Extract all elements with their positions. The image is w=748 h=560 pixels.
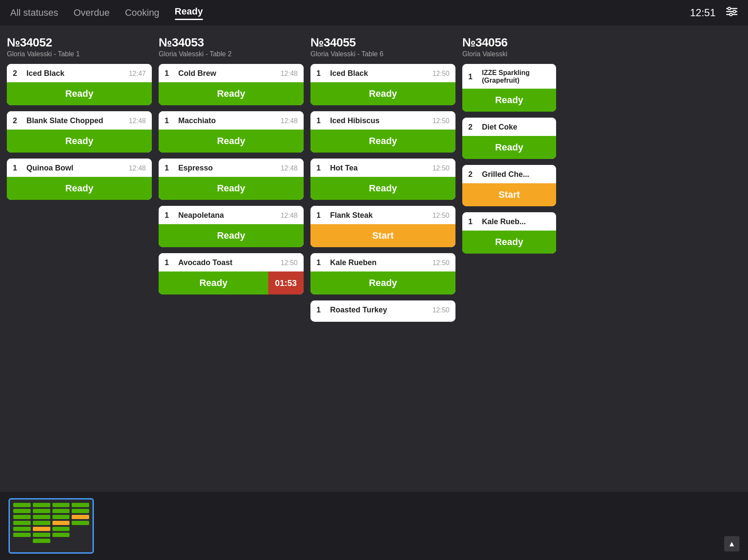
card-qty: 2 (13, 69, 23, 78)
card-name: Diet Coke (482, 123, 550, 132)
order-number-34053: №34053 (159, 36, 304, 49)
card-time: 12:50 (432, 259, 449, 267)
ready-button[interactable]: Ready (310, 82, 455, 105)
order-card-34056-1: 2 Diet Coke Ready (462, 118, 556, 159)
order-card-34056-2: 2 Grilled Che... Start (462, 165, 556, 206)
card-name: Iced Hibiscus (330, 116, 432, 125)
card-qty: 2 (468, 123, 478, 132)
card-time: 12:50 (432, 165, 449, 172)
card-qty: 2 (13, 116, 23, 125)
mini-bar (33, 539, 50, 543)
nav-overdue[interactable]: Overdue (74, 4, 110, 22)
order-header-34056: №34056 Gloria Valesski (462, 36, 556, 58)
nav-ready[interactable]: Ready (175, 3, 203, 23)
mini-bar (72, 509, 89, 513)
order-card-34055-5: 1 Roasted Turkey 12:50 (310, 300, 455, 322)
order-sub-34056: Gloria Valesski (462, 50, 556, 58)
order-col-34053: №34053 Gloria Valesski - Table 2 1 Cold … (159, 36, 304, 482)
ready-button[interactable]: Ready (159, 271, 268, 294)
mini-bar (72, 521, 89, 525)
card-name: Iced Black (330, 69, 432, 78)
card-qty: 1 (316, 164, 327, 173)
order-card-34056-3: 1 Kale Rueb... Ready (462, 212, 556, 254)
order-header-34055: №34055 Gloria Valesski - Table 6 (310, 36, 455, 58)
card-qty: 1 (316, 211, 327, 220)
card-name: Grilled Che... (482, 170, 550, 179)
order-card-34053-3: 1 Neapoletana 12:48 Ready (159, 206, 304, 247)
mini-bar (72, 503, 89, 507)
mini-bar (13, 503, 31, 507)
card-time: 12:50 (432, 117, 449, 125)
card-name: IZZE Sparkling (Grapefruit) (482, 69, 550, 84)
mini-bar (13, 533, 31, 537)
ready-button[interactable]: Ready (159, 82, 304, 105)
card-name: Kale Rueb... (482, 217, 550, 226)
ready-button[interactable]: Ready (7, 82, 152, 105)
card-qty: 1 (316, 306, 327, 315)
mini-bar (33, 515, 50, 519)
start-button[interactable]: Start (462, 183, 556, 206)
card-qty: 2 (468, 170, 478, 179)
mini-bar (52, 509, 70, 513)
ready-button[interactable]: Ready (462, 231, 556, 254)
clock: 12:51 (690, 7, 716, 19)
mini-bar (13, 521, 31, 525)
order-card-34052-2: 1 Quinoa Bowl 12:48 Ready (7, 159, 152, 200)
minimap-col-2 (33, 503, 50, 549)
card-name: Hot Tea (330, 164, 432, 173)
card-name: Iced Black (26, 69, 129, 78)
ready-button[interactable]: Ready (462, 136, 556, 159)
start-button[interactable]: Start (310, 224, 455, 247)
card-time: 12:50 (432, 306, 449, 314)
card-name: Avocado Toast (178, 258, 281, 267)
ready-button[interactable]: Ready (462, 89, 556, 112)
ready-button[interactable]: Ready (7, 177, 152, 200)
nav-all-statuses[interactable]: All statuses (10, 4, 58, 22)
card-qty: 1 (165, 116, 175, 125)
card-name: Espresso (178, 164, 281, 173)
order-card-34053-4: 1 Avocado Toast 12:50 Ready 01:53 (159, 253, 304, 294)
scroll-up-button[interactable]: ▲ (724, 536, 739, 551)
ready-button[interactable]: Ready (159, 224, 304, 247)
order-number-34052: №34052 (7, 36, 152, 49)
svg-point-5 (730, 13, 732, 16)
nav-cooking[interactable]: Cooking (125, 4, 159, 22)
order-card-34055-2: 1 Hot Tea 12:50 Ready (310, 159, 455, 200)
ready-button[interactable]: Ready (159, 177, 304, 200)
card-qty: 1 (316, 258, 327, 267)
order-card-34055-4: 1 Kale Rueben 12:50 Ready (310, 253, 455, 294)
mini-bar (52, 533, 70, 537)
minimap[interactable] (9, 498, 94, 554)
card-time: 12:50 (432, 212, 449, 219)
card-name: Roasted Turkey (330, 306, 432, 315)
order-number-34056: №34056 (462, 36, 556, 49)
filter-icon[interactable] (726, 7, 738, 19)
ready-button[interactable]: Ready (310, 177, 455, 200)
order-card-34055-1: 1 Iced Hibiscus 12:50 Ready (310, 111, 455, 153)
mini-bar (13, 509, 31, 513)
mini-bar-orange (33, 527, 50, 531)
card-time: 12:50 (432, 70, 449, 78)
card-name: Quinoa Bowl (26, 164, 129, 173)
card-qty: 1 (165, 69, 175, 78)
mini-bar (52, 527, 70, 531)
order-card-34053-1: 1 Macchiato 12:48 Ready (159, 111, 304, 153)
ready-button[interactable]: Ready (7, 130, 152, 153)
header-right: 12:51 (690, 7, 738, 19)
order-card-34055-0: 1 Iced Black 12:50 Ready (310, 64, 455, 105)
card-time: 12:48 (281, 165, 298, 172)
order-card-34055-3: 1 Flank Steak 12:50 Start (310, 206, 455, 247)
mini-bar-orange (52, 521, 70, 525)
ready-button[interactable]: Ready (310, 271, 455, 294)
card-time: 12:48 (281, 117, 298, 125)
mini-bar (52, 515, 70, 519)
mini-bar (33, 533, 50, 537)
order-card-34052-0: 2 Iced Black 12:47 Ready (7, 64, 152, 105)
minimap-col-1 (13, 503, 31, 549)
order-sub-34055: Gloria Valesski - Table 6 (310, 50, 455, 58)
card-time: 12:48 (129, 117, 146, 125)
card-time: 12:48 (281, 212, 298, 219)
ready-button[interactable]: Ready (159, 130, 304, 153)
ready-button[interactable]: Ready (310, 130, 455, 153)
card-qty: 1 (165, 164, 175, 173)
